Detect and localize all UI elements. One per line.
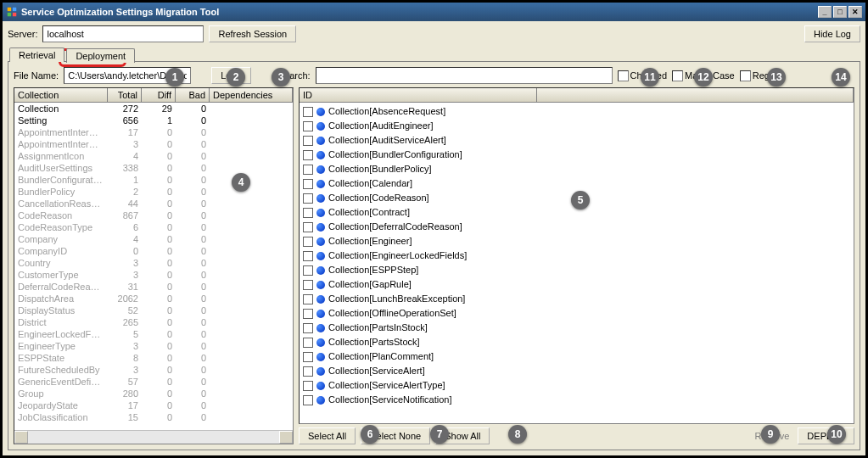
table-row[interactable]: ESPPState800 (14, 352, 293, 364)
item-label: Collection[ServiceAlertType] (328, 378, 445, 393)
deploy-button[interactable]: DEPLOY (798, 427, 854, 444)
item-checkbox[interactable] (303, 179, 313, 189)
hide-log-button[interactable]: Hide Log (804, 25, 860, 42)
col-dependencies[interactable]: Dependencies (210, 88, 293, 102)
col-collection[interactable]: Collection (14, 88, 108, 102)
table-row[interactable]: Collection272290 (14, 103, 293, 114)
item-checkbox[interactable] (303, 280, 313, 290)
select-none-button[interactable]: Select None (361, 427, 430, 444)
col-total[interactable]: Total (108, 88, 142, 102)
list-item[interactable]: Collection[PlanComment] (303, 349, 850, 364)
table-row[interactable]: CodeReasonType600 (14, 221, 293, 233)
table-row[interactable]: District26500 (14, 316, 293, 328)
list-item[interactable]: Collection[Calendar] (303, 176, 850, 191)
maximize-button[interactable]: □ (833, 6, 847, 18)
matchcase-checkbox[interactable]: Match Case (672, 70, 735, 81)
item-checkbox[interactable] (303, 309, 313, 319)
list-item[interactable]: Collection[Engineer] (303, 234, 850, 249)
left-hscrollbar[interactable] (14, 430, 293, 444)
table-row[interactable]: AssignmentIcon400 (14, 150, 293, 162)
list-item[interactable]: Collection[AuditServiceAlert] (303, 133, 850, 148)
minimize-button[interactable]: _ (818, 6, 832, 18)
list-item[interactable]: Collection[EngineerLockedFields] (303, 249, 850, 263)
list-item[interactable]: Collection[PartsStock] (303, 335, 850, 349)
item-checkbox[interactable] (303, 222, 313, 232)
item-checkbox[interactable] (303, 352, 313, 362)
table-row[interactable]: Company400 (14, 233, 293, 245)
filename-input[interactable] (64, 67, 191, 84)
item-checkbox[interactable] (303, 366, 313, 377)
item-checkbox[interactable] (303, 136, 313, 146)
item-checkbox[interactable] (303, 323, 313, 333)
table-row[interactable]: DispatchArea206200 (14, 293, 293, 304)
item-checkbox[interactable] (303, 193, 313, 204)
list-item[interactable]: Collection[Contract] (303, 205, 850, 220)
checked-checkbox[interactable]: Checked (618, 70, 667, 81)
table-row[interactable]: GenericEventDefi…5700 (14, 376, 293, 388)
table-row[interactable]: EngineerLockedF…500 (14, 328, 293, 340)
table-row[interactable]: CustomerType300 (14, 269, 293, 281)
id-list: ID Collection[AbsenceRequest]Collection[… (299, 87, 854, 424)
close-button[interactable]: ✕ (848, 6, 862, 18)
table-row[interactable]: CodeReason86700 (14, 209, 293, 221)
list-item[interactable]: Collection[CodeReason] (303, 191, 850, 205)
item-checkbox[interactable] (303, 121, 313, 131)
col-diff[interactable]: Diff (142, 88, 176, 102)
list-item[interactable]: Collection[LunchBreakException] (303, 292, 850, 306)
table-row[interactable]: BundlerPolicy200 (14, 186, 293, 198)
table-row[interactable]: JobClassification1500 (14, 411, 293, 423)
list-item[interactable]: Collection[ServiceAlert] (303, 364, 850, 378)
refresh-session-button[interactable]: Refresh Session (209, 25, 296, 42)
item-checkbox[interactable] (303, 381, 313, 391)
col-id[interactable]: ID (300, 88, 537, 102)
table-row[interactable]: DisplayStatus5200 (14, 304, 293, 316)
item-checkbox[interactable] (303, 107, 313, 117)
load-button[interactable]: Load (211, 67, 250, 84)
server-input[interactable] (42, 25, 204, 42)
status-dot-icon (316, 382, 325, 390)
table-row[interactable]: Group28000 (14, 388, 293, 399)
item-checkbox[interactable] (303, 237, 313, 247)
table-row[interactable]: AuditUserSettings33800 (14, 162, 293, 174)
item-checkbox[interactable] (303, 338, 313, 348)
list-item[interactable]: Collection[DeferralCodeReason] (303, 220, 850, 234)
status-dot-icon (316, 367, 325, 376)
list-item[interactable]: Collection[ESPPStep] (303, 263, 850, 277)
item-checkbox[interactable] (303, 150, 313, 160)
list-item[interactable]: Collection[GapRule] (303, 277, 850, 292)
table-row[interactable]: DeferralCodeRea…3100 (14, 281, 293, 293)
list-item[interactable]: Collection[AuditEngineer] (303, 119, 850, 133)
table-row[interactable]: CompanyID000 (14, 245, 293, 257)
table-row[interactable]: BundlerConfigurati…100 (14, 174, 293, 186)
regex-checkbox[interactable]: Regex (740, 70, 780, 81)
select-all-button[interactable]: Select All (299, 427, 356, 444)
table-row[interactable]: FutureScheduledBy300 (14, 364, 293, 376)
table-row[interactable]: JeopardyState1700 (14, 399, 293, 411)
item-label: Collection[ServiceAlert] (328, 364, 425, 378)
list-item[interactable]: Collection[BundlerConfiguration] (303, 148, 850, 162)
show-all-button[interactable]: Show All (435, 427, 490, 444)
list-item[interactable]: Collection[AbsenceRequest] (303, 104, 850, 119)
tabs: Retrieval Deployment (8, 47, 860, 62)
table-row[interactable]: Setting65610 (14, 114, 293, 126)
list-item[interactable]: Collection[PartsInStock] (303, 321, 850, 335)
tab-retrieval[interactable]: Retrieval (9, 47, 64, 62)
item-checkbox[interactable] (303, 395, 313, 405)
table-row[interactable]: EngineerType300 (14, 340, 293, 352)
search-input[interactable] (316, 67, 613, 84)
table-row[interactable]: AppointmentInter…1700 (14, 126, 293, 138)
tab-deployment[interactable]: Deployment (66, 48, 135, 63)
col-bad[interactable]: Bad (176, 88, 210, 102)
list-item[interactable]: Collection[ServiceAlertType] (303, 378, 850, 393)
item-checkbox[interactable] (303, 251, 313, 261)
item-checkbox[interactable] (303, 165, 313, 175)
list-item[interactable]: Collection[ServiceNotification] (303, 393, 850, 407)
table-row[interactable]: CancellationReas…4400 (14, 198, 293, 209)
list-item[interactable]: Collection[OfflineOperationSet] (303, 306, 850, 321)
item-checkbox[interactable] (303, 265, 313, 276)
table-row[interactable]: Country300 (14, 257, 293, 269)
item-checkbox[interactable] (303, 208, 313, 218)
list-item[interactable]: Collection[BundlerPolicy] (303, 162, 850, 176)
item-checkbox[interactable] (303, 294, 313, 304)
table-row[interactable]: AppointmentInter…300 (14, 138, 293, 150)
